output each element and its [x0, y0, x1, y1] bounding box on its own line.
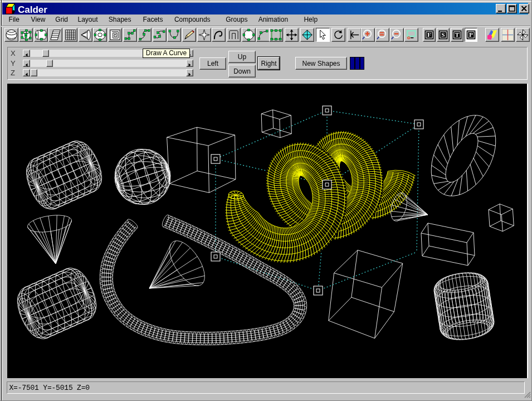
- svg-text:F: F: [427, 31, 431, 38]
- svg-text:P: P: [469, 31, 473, 38]
- svg-text:T: T: [455, 31, 460, 38]
- svg-text:S: S: [441, 31, 445, 38]
